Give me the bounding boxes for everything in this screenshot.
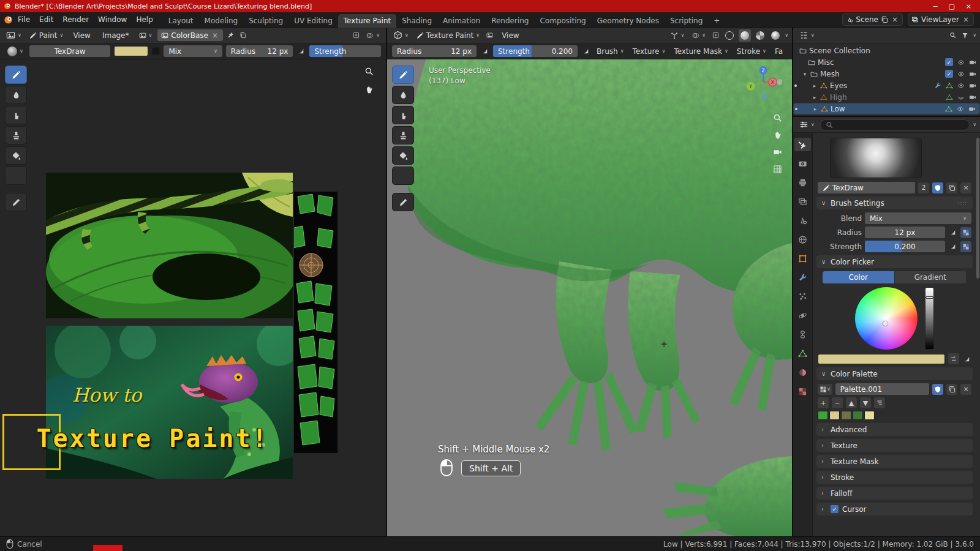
- tab-material[interactable]: [794, 365, 811, 379]
- strength-field[interactable]: 0.200: [865, 241, 945, 252]
- viewport-pan-icon[interactable]: [773, 130, 782, 140]
- disclosure-icon[interactable]: ▸: [812, 94, 818, 100]
- workspace-tab-rendering[interactable]: Rendering: [486, 14, 534, 28]
- paint-mode-dropdown[interactable]: Paint∨: [27, 30, 66, 41]
- properties-scrollbar[interactable]: [976, 138, 979, 279]
- vp-mask-tool-button[interactable]: [392, 167, 414, 185]
- duplicate-palette-icon[interactable]: [946, 384, 957, 395]
- radius-pressure-icon[interactable]: [296, 47, 306, 56]
- workspace-tab-sculpting[interactable]: Sculpting: [243, 14, 288, 28]
- properties-options-icon[interactable]: ∨: [973, 122, 976, 127]
- stencil-mask-icon[interactable]: [485, 31, 494, 40]
- viewport-strength-slider[interactable]: Strength0.200: [493, 45, 578, 57]
- tab-view-layer[interactable]: [794, 195, 811, 208]
- tab-particles[interactable]: [794, 290, 811, 303]
- tab-render[interactable]: [794, 157, 811, 170]
- vp-draw-tool-button[interactable]: [392, 66, 414, 84]
- remove-viewlayer-icon[interactable]: ×: [962, 15, 970, 24]
- soften-tool-button[interactable]: [5, 86, 27, 104]
- misc-render-icon[interactable]: [969, 59, 976, 66]
- pin-icon[interactable]: [226, 31, 235, 40]
- tab-object-data[interactable]: [794, 347, 811, 360]
- stroke-section[interactable]: ›Stroke: [816, 471, 973, 484]
- workspace-tab-scripting[interactable]: Scripting: [665, 14, 708, 28]
- cancel-label[interactable]: Cancel: [17, 540, 42, 549]
- disclosure-icon[interactable]: ▾: [802, 71, 808, 77]
- maximize-button[interactable]: ▢: [948, 2, 954, 10]
- browse-image-button[interactable]: ∨: [137, 31, 155, 40]
- brush-selector[interactable]: ∨: [5, 45, 26, 58]
- radius-texture-toggle-icon[interactable]: [960, 227, 971, 238]
- outliner-row-low[interactable]: ▸ Low: [793, 103, 980, 114]
- palette-sort-icon[interactable]: [874, 397, 885, 408]
- eyes-render-icon[interactable]: [969, 82, 976, 89]
- viewport-ortho-grid-icon[interactable]: [773, 165, 782, 174]
- tab-world[interactable]: [794, 233, 811, 246]
- image-pan-icon[interactable]: [364, 85, 374, 94]
- image-name-field[interactable]: ColorBase ×: [157, 29, 223, 41]
- low-hide-icon[interactable]: [957, 105, 964, 113]
- outliner-row-misc[interactable]: Misc ✓: [793, 56, 980, 68]
- disclosure-icon[interactable]: ▸: [812, 83, 818, 89]
- radius-field[interactable]: 12 px: [865, 227, 945, 238]
- color-palette-section[interactable]: ∨Color Palette: [816, 367, 973, 380]
- image-zoom-icon[interactable]: [364, 67, 374, 76]
- smear-tool-button[interactable]: [5, 106, 27, 124]
- workspace-tab-animation[interactable]: Animation: [437, 14, 486, 28]
- properties-search-input[interactable]: [820, 119, 970, 130]
- falloff-section[interactable]: ›Falloff: [816, 487, 973, 500]
- radius-pressure-icon[interactable]: [480, 47, 489, 56]
- mesh-exclude-checkbox[interactable]: ✓: [945, 70, 953, 78]
- viewport-camera-icon[interactable]: [773, 148, 782, 157]
- image-view-menu[interactable]: View: [69, 30, 94, 41]
- palette-swatch[interactable]: [841, 411, 851, 420]
- vp-fill-tool-button[interactable]: [392, 146, 414, 165]
- unlink-brush-icon[interactable]: ×: [960, 182, 971, 193]
- scene-selector[interactable]: Scene ×: [842, 13, 903, 26]
- palette-add-button[interactable]: +: [818, 397, 829, 408]
- strength-pressure-icon[interactable]: [581, 47, 590, 56]
- palette-fake-user-icon[interactable]: [932, 384, 943, 395]
- image-menu[interactable]: Image*: [98, 30, 134, 41]
- overlays-dropdown[interactable]: ∨: [690, 31, 708, 40]
- outliner-options-icon[interactable]: ∨: [973, 33, 976, 38]
- outliner-editor-type-button[interactable]: ∨: [797, 29, 817, 41]
- palette-swatch[interactable]: [853, 411, 863, 420]
- vp-smear-tool-button[interactable]: [392, 106, 414, 124]
- brush-settings-section[interactable]: ∨Brush Settings∷∷: [816, 197, 973, 209]
- outliner-search-icon[interactable]: [948, 31, 957, 40]
- cursor-section[interactable]: ›✓Cursor: [816, 503, 973, 515]
- texture-section[interactable]: ›Texture: [816, 439, 973, 452]
- radius-slider[interactable]: Radius12 px: [226, 45, 293, 57]
- tab-output[interactable]: [794, 176, 811, 189]
- tab-tool[interactable]: [794, 138, 811, 151]
- brush-name-field[interactable]: TexDraw: [818, 182, 915, 193]
- annotate-tool-button[interactable]: [5, 193, 27, 211]
- gradient-tab[interactable]: Gradient: [895, 271, 967, 283]
- viewlayer-selector[interactable]: ViewLayer ×: [908, 13, 974, 26]
- high-hide-icon[interactable]: [957, 94, 965, 101]
- xray-toggle-icon[interactable]: [711, 31, 720, 40]
- new-scene-icon[interactable]: [881, 16, 888, 23]
- disclosure-icon[interactable]: ▸: [812, 106, 818, 112]
- outliner-row-scene-collection[interactable]: Scene Collection: [793, 45, 980, 56]
- tab-texture[interactable]: [794, 384, 811, 398]
- clone-tool-button[interactable]: [5, 126, 27, 144]
- workspace-tab-texture-paint[interactable]: Texture Paint: [338, 14, 396, 28]
- workspace-tab-compositing[interactable]: Compositing: [534, 14, 591, 28]
- gizmos-dropdown[interactable]: ∨: [668, 31, 687, 40]
- color-wheel[interactable]: [855, 287, 918, 350]
- strength-slider[interactable]: Strength: [309, 45, 381, 57]
- tab-object[interactable]: [794, 252, 811, 265]
- viewport-view-menu[interactable]: View: [497, 30, 523, 41]
- vp-clone-tool-button[interactable]: [392, 126, 414, 144]
- swap-colors-icon[interactable]: [948, 353, 959, 364]
- workspace-tab-geometry-nodes[interactable]: Geometry Nodes: [592, 14, 665, 28]
- outliner-row-eyes[interactable]: ▸ Eyes: [793, 80, 980, 91]
- brush-popover[interactable]: Brush∨: [594, 46, 627, 57]
- vp-soften-tool-button[interactable]: [392, 86, 414, 104]
- properties-editor-type-button[interactable]: ∨: [797, 119, 817, 130]
- shading-rendered-button[interactable]: [769, 29, 782, 42]
- outliner-filter-icon[interactable]: [960, 31, 970, 40]
- workspace-tab-modeling[interactable]: Modeling: [199, 14, 244, 28]
